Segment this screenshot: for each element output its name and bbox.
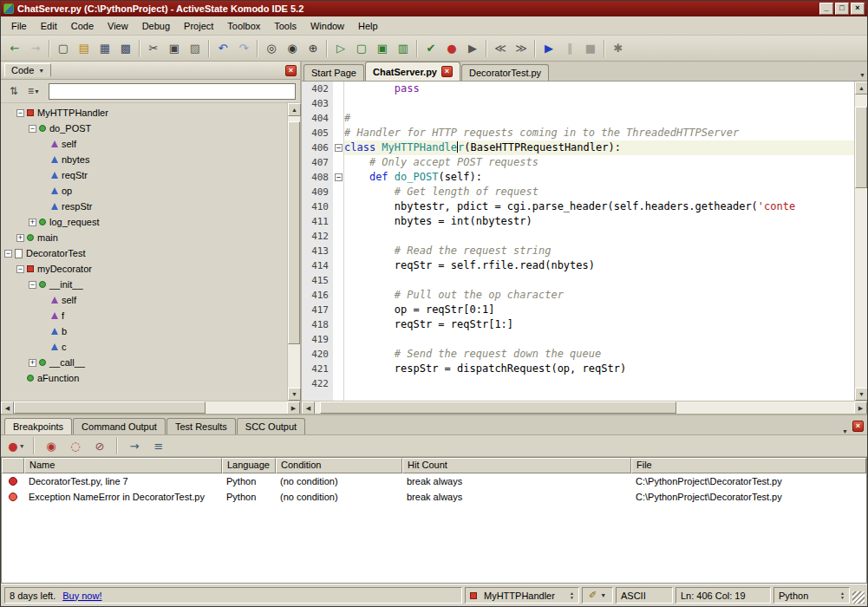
preview-in-browser-button[interactable]: ▷	[330, 38, 351, 59]
delete-breakpoint-button[interactable]: ⊘	[89, 435, 110, 456]
preview-split-button[interactable]: ▢	[351, 38, 372, 59]
tree-hscroll-thumb[interactable]	[14, 401, 206, 414]
code-line[interactable]: 412	[302, 229, 854, 244]
code-filter-input[interactable]	[49, 83, 296, 100]
column-header-icon[interactable]	[2, 458, 24, 473]
tree-item-op[interactable]: op	[1, 183, 287, 199]
back-button[interactable]: ←	[4, 38, 25, 59]
tree-item-self[interactable]: self	[1, 292, 287, 308]
close-bottom-panel-button[interactable]: ×	[852, 421, 864, 432]
code-lines[interactable]: 402 pass403404#405# Handler for HTTP req…	[302, 82, 854, 401]
language-selector[interactable]: Python ▲▼	[773, 587, 850, 604]
tab-decoratortest-py[interactable]: DecoratorTest.py	[461, 64, 549, 81]
column-header-hit-count[interactable]: Hit Count	[402, 458, 631, 473]
tools-button[interactable]: ✱	[608, 38, 629, 59]
add-breakpoint-button[interactable]: ●▼	[6, 435, 27, 456]
menu-tools[interactable]: Tools	[267, 18, 303, 34]
code-line[interactable]: 422	[302, 376, 854, 391]
code-line[interactable]: 421 respStr = dispatchRequest(op, reqStr…	[302, 362, 854, 376]
scope-spinner-icon[interactable]: ▲▼	[570, 591, 574, 600]
editor-hscroll-track[interactable]	[315, 401, 854, 414]
fold-marker[interactable]: −	[333, 170, 344, 185]
collapse-icon[interactable]: −	[29, 281, 36, 289]
tab-breakpoints[interactable]: Breakpoints	[4, 418, 72, 434]
tree-vscroll-thumb[interactable]	[288, 121, 300, 344]
tab-test-results[interactable]: Test Results	[166, 418, 236, 434]
unindent-button[interactable]: ≪	[490, 38, 511, 59]
language-spinner-icon[interactable]: ▲▼	[840, 591, 845, 600]
go-debug-button[interactable]: ▶	[538, 38, 559, 59]
tab-chatserver-py[interactable]: ChatServer.py×	[365, 62, 460, 81]
tab-start-page[interactable]: Start Page	[303, 64, 364, 81]
menu-window[interactable]: Window	[303, 18, 351, 34]
tree-item-respstr[interactable]: respStr	[1, 199, 287, 214]
column-header-file[interactable]: File	[631, 458, 866, 473]
record-macro-button[interactable]: ●	[441, 38, 462, 59]
column-header-name[interactable]: Name	[24, 458, 222, 473]
tree-item-decoratortest[interactable]: −DecoratorTest	[1, 245, 287, 261]
tab-scc-output[interactable]: SCC Output	[237, 418, 305, 434]
preview-tab-button[interactable]: ▥	[393, 38, 414, 59]
column-header-condition[interactable]: Condition	[276, 458, 402, 473]
go-to-source-button[interactable]: →	[124, 435, 145, 456]
close-code-panel-button[interactable]: ×	[285, 65, 297, 76]
tree-hscrollbar[interactable]: ◀ ▶	[1, 401, 300, 414]
editor-vscrollbar[interactable]: ▲ ▼	[854, 82, 867, 401]
new-file-button[interactable]: ▢	[53, 38, 74, 59]
scroll-down-icon[interactable]: ▼	[855, 388, 868, 401]
collapse-fold-icon[interactable]: −	[335, 144, 343, 152]
code-line[interactable]: 404#	[302, 111, 854, 126]
code-line[interactable]: 402 pass	[302, 82, 854, 96]
tab-command-output[interactable]: Command Output	[73, 418, 166, 434]
forward-button[interactable]: →	[25, 38, 46, 59]
tree-item-self[interactable]: self	[1, 136, 287, 152]
expand-icon[interactable]: +	[29, 219, 36, 226]
editor-vscroll-track[interactable]	[855, 95, 867, 388]
tree-hscroll-track[interactable]	[14, 401, 287, 414]
undo-button[interactable]: ↶	[212, 38, 233, 59]
preview-pane-button[interactable]: ▣	[372, 38, 393, 59]
scroll-left-icon[interactable]: ◀	[1, 401, 14, 414]
editor-vscroll-thumb[interactable]	[855, 107, 867, 189]
editor-hscroll-thumb[interactable]	[320, 401, 676, 414]
code-line[interactable]: 406−class MyHTTPHandler(BaseHTTPRequestH…	[302, 140, 854, 155]
scroll-down-icon[interactable]: ▼	[288, 388, 301, 401]
open-file-button[interactable]: ▤	[74, 38, 95, 59]
expand-icon[interactable]: +	[16, 234, 24, 242]
menu-code[interactable]: Code	[64, 18, 101, 34]
scroll-up-icon[interactable]: ▲	[288, 103, 301, 116]
toggle-breakpoint-state-button[interactable]: ◉	[41, 435, 62, 456]
menu-view[interactable]: View	[101, 18, 135, 34]
pause-button[interactable]: ∥	[559, 38, 580, 59]
code-line[interactable]: 411 nbytes = int(nbytestr)	[302, 214, 854, 229]
browser-options-button[interactable]: ≡▼	[25, 82, 42, 100]
buy-now-link[interactable]: Buy now!	[62, 591, 101, 601]
minimize-button[interactable]: _	[819, 3, 833, 15]
collapse-icon[interactable]: −	[4, 250, 12, 258]
edit-mode-indicator[interactable]: ✐ ▼	[582, 587, 613, 604]
collapse-icon[interactable]: −	[16, 265, 24, 273]
tree-item-reqstr[interactable]: reqStr	[1, 167, 287, 183]
scroll-left-icon[interactable]: ◀	[302, 401, 315, 414]
menu-debug[interactable]: Debug	[135, 18, 177, 34]
code-line[interactable]: 419	[302, 332, 854, 347]
code-line[interactable]: 415	[302, 273, 854, 288]
check-syntax-button[interactable]: ✔	[421, 38, 441, 59]
copy-button[interactable]: ▣	[164, 38, 185, 59]
code-panel-tab[interactable]: Code ▼	[4, 63, 51, 77]
find-replace-button[interactable]: ◉	[282, 38, 303, 59]
tree-item-nbytes[interactable]: nbytes	[1, 152, 287, 167]
encoding-indicator[interactable]: ASCII	[616, 587, 673, 604]
code-line[interactable]: 414 reqStr = self.rfile.read(nbytes)	[302, 258, 854, 273]
tree-item-afunction[interactable]: aFunction	[1, 370, 287, 386]
editor-hscrollbar[interactable]: ◀ ▶	[302, 401, 867, 414]
tree-vscroll-track[interactable]	[288, 116, 300, 388]
expand-icon[interactable]: +	[29, 359, 36, 367]
tree-item-main[interactable]: +main	[1, 230, 287, 245]
cut-button[interactable]: ✂	[143, 38, 164, 59]
save-button[interactable]: ▦	[95, 38, 115, 59]
close-tab-icon[interactable]: ×	[441, 66, 453, 77]
fold-marker[interactable]: −	[333, 140, 344, 155]
code-line[interactable]: 416 # Pull out the op character	[302, 288, 854, 303]
collapse-fold-icon[interactable]: −	[335, 173, 343, 181]
